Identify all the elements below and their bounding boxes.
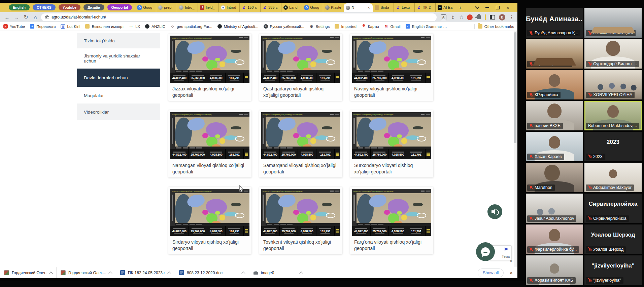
menu-dots-icon[interactable] [509, 14, 514, 20]
sidebar-nav-item[interactable]: Tizim to'g'risida [77, 33, 160, 48]
home-button[interactable]: ⌂ [32, 14, 39, 20]
download-item[interactable]: image0 [249, 267, 307, 278]
bookmark-item[interactable]: Русско-узбекский... [264, 24, 304, 29]
geoportal-card-title[interactable]: Jizzax viloyati qishloq xoʻjaligi geopor… [168, 83, 251, 99]
browser-tab[interactable]: ПК-2 [414, 3, 435, 12]
minimize-button[interactable] [485, 7, 489, 8]
address-bar[interactable]: agro.uz/davlat-idoralari-uchun/ [41, 13, 437, 21]
browser-tab[interactable]: field_ [198, 3, 218, 12]
browser-tab[interactable]: Goog [135, 3, 156, 12]
chevron-down-icon[interactable] [475, 5, 479, 9]
geoportal-card[interactable]: вазирлиги геопортали (тест режимида ишла… [259, 34, 342, 101]
browser-tab[interactable]: Klaste [323, 3, 344, 12]
bookmark-item[interactable]: YouTube [3, 24, 25, 29]
bookmark-star-icon[interactable] [459, 14, 464, 20]
bookmark-item[interactable]: English Grammar L... [406, 24, 448, 29]
sidebar-nav-item[interactable]: Jismoniy va yuridik shaxslar uchun [77, 50, 160, 67]
new-tab-button[interactable]: + [456, 3, 464, 11]
participant-tile[interactable]: "Бухвилерлойиха" [526, 39, 583, 69]
close-download-bar-button[interactable] [510, 270, 513, 276]
maximize-button[interactable] [496, 6, 500, 9]
speaker-button[interactable] [487, 204, 502, 219]
tab-group-chip[interactable]: OTHERS [33, 4, 56, 10]
geoportal-card[interactable]: вазирлиги геопортали (тест режимида ишла… [350, 187, 433, 254]
translate-icon[interactable] [441, 14, 446, 20]
browser-tab[interactable]: Intro_ [177, 3, 198, 12]
geoportal-card-title[interactable]: Qashqadaryo viloyati qishloq xoʻjaligi g… [259, 83, 342, 99]
participant-tile[interactable]: Хоразм вилоят КХБ [526, 255, 583, 285]
side-panel-icon[interactable] [490, 15, 495, 19]
geoportal-card-title[interactable]: Surxondaryo viloyati qishloq xoʻjaligi g… [350, 159, 433, 175]
participant-tile[interactable]: Marufhon [526, 163, 583, 192]
sidebar-nav-item[interactable]: Videoroliklar [77, 104, 160, 120]
geoportal-card[interactable]: вазирлиги геопортали (тест режимида ишла… [168, 110, 251, 177]
participant-tile[interactable]: Сурхондарё Вилоят ... [584, 39, 642, 69]
site-settings-icon[interactable] [45, 15, 49, 19]
page-scrollbar-thumb[interactable] [514, 32, 516, 143]
participant-tile[interactable]: XORVILYERLOYIHA [584, 70, 642, 99]
bookmark-item[interactable]: Settings [309, 24, 330, 29]
geoportal-card-title[interactable]: Namangan viloyati qishloq xoʻjaligi geop… [168, 159, 251, 175]
download-item[interactable]: Гордиевский Олег....zip [0, 267, 57, 278]
geoportal-card[interactable]: вазирлиги геопортали (тест режимида ишла… [168, 187, 251, 254]
bookmark-item[interactable]: Lot-Kiril [61, 24, 80, 29]
bookmark-item[interactable]: LX [129, 24, 140, 29]
participant-tile[interactable]: Bobomurod Makhsudov,... [584, 101, 642, 130]
browser-tab[interactable]: Goog [302, 3, 323, 12]
sidebar-nav-item[interactable]: Davlat idoralari uchun [77, 69, 160, 87]
bookmark-item[interactable]: Ministry of Agricult... [217, 24, 259, 29]
geoportal-card-title[interactable]: Toshkent viloyati qishloq xoʻjaligi geop… [259, 236, 342, 252]
tab-group-chip[interactable]: Дизайн [83, 4, 104, 10]
browser-tab[interactable]: Lexu [394, 3, 414, 12]
geoportal-card[interactable]: вазирлиги геопортали (тест режимида ишла… [350, 34, 433, 101]
download-item[interactable]: ПК-162 24.05.2023.doc [116, 267, 175, 278]
tab-group-chip[interactable]: Geoportal [107, 4, 132, 10]
participant-tile[interactable]: 2023 2023 [584, 132, 642, 161]
bookmark-item[interactable]: geo-spatial.org Far... [170, 24, 212, 29]
geoportal-card-title[interactable]: Navoiy viloyati qishloq xoʻjaligi geopor… [350, 83, 433, 99]
profile-avatar[interactable]: B [499, 14, 505, 20]
bookmark-item[interactable]: Gmail [384, 24, 401, 29]
tab-group-chip[interactable]: Youtube [59, 4, 80, 10]
download-options-chevron[interactable] [299, 272, 303, 275]
bookmark-item[interactable]: ANZLIC [145, 24, 165, 29]
bookmark-item[interactable]: Imported [335, 24, 356, 29]
sidebar-nav-item[interactable]: Maqolalar [77, 89, 160, 102]
geoportal-card[interactable]: вазирлиги геопортали (тест режимида ишла… [259, 187, 342, 254]
tab-close-icon[interactable] [367, 6, 371, 10]
browser-tab[interactable]: Land [281, 3, 302, 12]
reload-button[interactable]: ↻ [22, 14, 30, 20]
download-options-chevron[interactable] [108, 272, 112, 275]
browser-tab[interactable]: 385-c [260, 3, 281, 12]
browser-tab[interactable]: Sirda [373, 3, 394, 12]
adblock-extension-icon[interactable] [467, 14, 473, 20]
bookmark-item[interactable]: Выполнен импорт [85, 24, 124, 29]
other-bookmarks-button[interactable]: Other bookmarks [478, 24, 514, 29]
browser-tab[interactable]: 150-c [239, 3, 260, 12]
participant-tile[interactable]: навоий ВКХБ [526, 101, 583, 130]
download-options-chevron[interactable] [49, 272, 53, 275]
download-options-chevron[interactable] [167, 272, 171, 275]
tab-group-chip[interactable]: English [9, 4, 30, 10]
download-item[interactable]: Гордиевский Олег....zip [57, 267, 116, 278]
participant-tile[interactable]: Хасан Караев [526, 132, 583, 161]
share-icon[interactable] [451, 15, 455, 20]
geoportal-card-title[interactable]: Fargʻona viloyati qishloq xoʻjaligi geop… [350, 236, 433, 252]
browser-tab[interactable]: D [344, 3, 373, 12]
back-button[interactable]: ← [3, 14, 11, 20]
bookmark-item[interactable]: Карты [362, 24, 379, 29]
download-options-chevron[interactable] [241, 272, 245, 275]
participant-tile[interactable]: Бунёд Алиназа... Бунёд Алиназаров Қ... [526, 8, 583, 38]
extensions-puzzle-icon[interactable] [477, 15, 481, 19]
participant-tile[interactable]: Jasur Abduraxmonov [526, 194, 583, 223]
geoportal-card[interactable]: вазирлиги геопортали (тест режимида ишла… [259, 110, 342, 177]
participant-tile[interactable]: Фарвилерлойиха бў... [526, 224, 583, 254]
download-item[interactable]: 808 23.12.2020.doc [175, 267, 249, 278]
participant-tile[interactable]: Abdualimov Baxtiyor [584, 163, 642, 192]
geoportal-card-title[interactable]: Samarqand viloyati qishloq xoʻjaligi geo… [259, 159, 342, 175]
geoportal-card[interactable]: вазирлиги геопортали (тест режимида ишла… [350, 110, 433, 177]
bookmark-item[interactable]: Перевести [30, 24, 56, 29]
chat-button[interactable] [476, 242, 495, 261]
forward-button[interactable]: → [13, 14, 20, 20]
show-all-downloads-button[interactable]: Show all [478, 269, 504, 277]
